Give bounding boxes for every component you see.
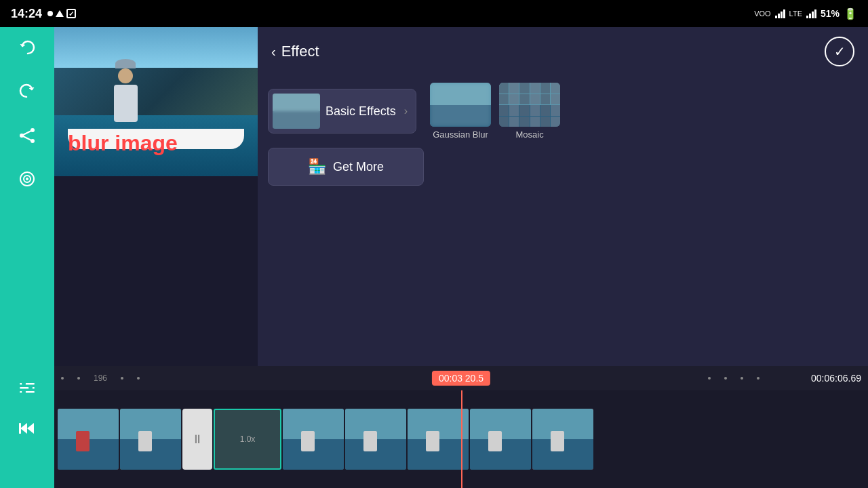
share-button[interactable]: [12, 121, 42, 150]
effect-title: Effect: [281, 43, 319, 60]
svg-point-13: [22, 390, 26, 394]
store-icon: 🏪: [308, 158, 326, 176]
effect-thumbs-row: Gaussian Blur: [430, 83, 560, 140]
main-container: blur image ‹ Effect ✓: [0, 27, 868, 488]
back-button[interactable]: ‹: [271, 44, 276, 60]
svg-point-12: [28, 386, 33, 390]
signal-bar-r1: [806, 16, 808, 18]
timeline-content: 196 00:03 20.5 00:06:06.69: [54, 366, 868, 488]
ruler-dots: 196: [61, 373, 140, 383]
ruler-dot-3: [121, 377, 123, 380]
vt4-person: [363, 431, 377, 451]
timeline-sidebar: [0, 366, 54, 488]
blur-overlay: [273, 94, 320, 129]
svg-marker-14: [20, 423, 27, 434]
timestamp-end: 00:06:06.69: [811, 373, 861, 384]
svg-rect-16: [19, 423, 21, 434]
gaussian-blur-thumb: [430, 83, 491, 127]
left-sidebar: [0, 27, 54, 366]
gaussian-blur-item[interactable]: Gaussian Blur: [430, 83, 491, 140]
get-more-label: Get More: [333, 160, 384, 174]
status-icons: ✓: [47, 9, 76, 18]
signal-bar-r4: [814, 9, 816, 18]
signal-bar-1: [775, 16, 777, 18]
mosaic-item[interactable]: Mosaic: [499, 83, 560, 140]
gaussian-blur-label: Gaussian Blur: [433, 129, 488, 140]
overlay-text: blur image: [68, 131, 178, 156]
clip-marker: 1.0x: [214, 409, 281, 470]
battery-icon: 🔋: [844, 7, 857, 20]
timestamp-start: 00:03 20.5: [432, 371, 490, 386]
signal-bar-r3: [812, 12, 814, 18]
person-hat: [115, 59, 136, 68]
basic-effects-row: Basic Effects › Gaussian Blur: [268, 83, 858, 140]
timeline-ruler: 196 00:03 20.5 00:06:06.69: [54, 366, 868, 390]
mosaic-label: Mosaic: [515, 129, 543, 140]
signal-bars-left: [775, 9, 785, 18]
ruler-dots-right: [708, 377, 760, 380]
person-body: [114, 85, 138, 122]
status-warning-icon: [56, 10, 64, 17]
signal-bar-3: [781, 12, 783, 18]
top-section: blur image ‹ Effect ✓: [0, 27, 868, 366]
video-thumb-1: [58, 409, 119, 470]
vt3-person: [301, 431, 315, 451]
signal-bars-right: [806, 9, 816, 18]
vt1-person: [76, 431, 90, 451]
status-left: 14:24 ✓: [11, 7, 76, 21]
vt7-person: [551, 431, 564, 451]
video-preview: blur image: [54, 27, 258, 176]
basic-effects-card[interactable]: Basic Effects ›: [268, 89, 416, 134]
effect-title-row: ‹ Effect: [271, 43, 319, 60]
signal-bar-4: [783, 9, 785, 18]
vt6-person: [488, 431, 502, 451]
svg-line-3: [22, 130, 33, 136]
arrow-right-icon: ›: [404, 105, 408, 117]
get-more-button[interactable]: 🏪 Get More: [268, 148, 424, 186]
ruler-dot-4: [137, 377, 140, 380]
timeline-section: 196 00:03 20.5 00:06:06.69: [0, 366, 868, 488]
ruler-dot-r1: [708, 377, 711, 380]
video-thumb-2: [120, 409, 181, 470]
ruler-dot-r4: [757, 377, 760, 380]
clip-speed-label: 1.0x: [240, 434, 256, 444]
settings-button[interactable]: [12, 164, 42, 194]
svg-line-4: [22, 136, 33, 141]
video-thumb-6: [470, 409, 531, 470]
ruler-dot-2: [77, 377, 80, 380]
playhead-line: [461, 390, 462, 488]
svg-marker-15: [27, 423, 34, 434]
network-lte: LTE: [789, 9, 802, 18]
svg-point-7: [26, 178, 28, 180]
network-voo: VOO: [754, 9, 770, 18]
ruler-dot-r3: [741, 377, 743, 380]
ruler-dot-1: [61, 377, 64, 380]
effect-header: ‹ Effect ✓: [258, 27, 868, 76]
adjust-button[interactable]: [12, 373, 42, 403]
preview-bottom: [54, 176, 258, 366]
basic-effects-thumb: [273, 94, 320, 129]
ruler-dot-r2: [724, 377, 727, 380]
status-checkbox-icon: ✓: [66, 9, 76, 18]
status-bar: 14:24 ✓ VOO LTE 51% 🔋: [0, 0, 868, 27]
signal-bar-2: [778, 14, 780, 18]
mosaic-thumb: [499, 83, 560, 127]
redo-button[interactable]: [12, 77, 42, 107]
battery-percent: 51%: [821, 8, 840, 19]
rewind-button[interactable]: [12, 413, 42, 443]
confirm-button[interactable]: ✓: [825, 37, 854, 66]
svg-point-11: [22, 382, 26, 386]
vt2-person: [138, 431, 152, 451]
vt5-person: [426, 431, 439, 451]
basic-effects-label: Basic Effects: [326, 104, 396, 119]
status-right: VOO LTE 51% 🔋: [754, 7, 857, 20]
preview-area: blur image: [54, 27, 258, 366]
time-display: 14:24: [11, 7, 42, 21]
video-thumb-7: [532, 409, 593, 470]
undo-button[interactable]: [12, 34, 42, 64]
status-dot-icon: [47, 11, 53, 16]
pause-button[interactable]: ⏸: [182, 409, 212, 470]
sky-area: [54, 27, 258, 68]
mosaic-grid: [499, 83, 560, 127]
video-thumb-3: [283, 409, 344, 470]
